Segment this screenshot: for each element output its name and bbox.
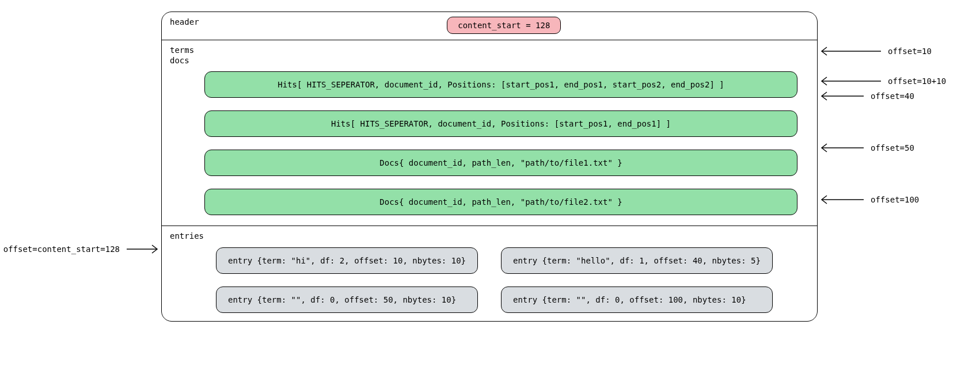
annotation-label: offset=content_start=128: [3, 245, 120, 254]
section-label-header: header: [170, 17, 199, 27]
entries-section: entries entry {term: "hi", df: 2, offset…: [162, 226, 817, 320]
left-annotation-gutter: offset=content_start=128: [12, 12, 161, 322]
entries-grid: entry {term: "hi", df: 2, offset: 10, nb…: [216, 247, 740, 313]
annotation-label: offset=10: [888, 47, 932, 56]
content-start-badge: content_start = 128: [447, 17, 561, 34]
arrow-left-icon: [818, 46, 881, 56]
entry-block: entry {term: "", df: 0, offset: 100, nby…: [501, 286, 773, 313]
terms-docs-section: terms docs Hits[ HITS_SEPERATOR, documen…: [162, 40, 817, 226]
annotation-offset-40: offset=40: [818, 91, 914, 101]
entry-block: entry {term: "hi", df: 2, offset: 10, nb…: [216, 247, 478, 274]
annotation-label: offset=10+10: [888, 77, 946, 86]
docs-block-1: Docs{ document_id, path_len, "path/to/fi…: [204, 150, 797, 176]
annotation-content-start: offset=content_start=128: [3, 244, 161, 254]
layout-container: header content_start = 128 terms docs Hi…: [161, 12, 818, 322]
label-docs: docs: [170, 56, 189, 65]
arrow-left-icon: [818, 76, 881, 86]
docs-block-2: Docs{ document_id, path_len, "path/to/fi…: [204, 189, 797, 215]
annotation-offset-10-10: offset=10+10: [818, 76, 946, 86]
annotation-label: offset=50: [871, 143, 914, 152]
annotation-offset-100: offset=100: [818, 194, 919, 205]
hits-block-1: Hits[ HITS_SEPERATOR, document_id, Posit…: [204, 71, 797, 98]
arrow-left-icon: [818, 143, 864, 153]
section-label-entries: entries: [170, 231, 809, 241]
annotation-label: offset=100: [871, 195, 919, 204]
entry-block: entry {term: "hello", df: 1, offset: 40,…: [501, 247, 773, 274]
annotation-offset-50: offset=50: [818, 143, 914, 153]
hits-block-2: Hits[ HITS_SEPERATOR, document_id, Posit…: [204, 110, 797, 137]
file-layout-diagram: offset=content_start=128 header content_…: [12, 12, 968, 322]
label-terms: terms: [170, 45, 194, 55]
arrow-left-icon: [818, 194, 864, 205]
annotation-offset-10: offset=10: [818, 46, 932, 56]
right-annotation-gutter: offset=10 offset=10+10 offset=40 offset=…: [818, 12, 979, 322]
section-label-terms-docs: terms docs: [170, 45, 809, 66]
header-section: header content_start = 128: [162, 12, 817, 40]
entry-block: entry {term: "", df: 0, offset: 50, nbyt…: [216, 286, 478, 313]
annotation-label: offset=40: [871, 91, 914, 101]
arrow-left-icon: [818, 91, 864, 101]
arrow-right-icon: [127, 244, 161, 254]
